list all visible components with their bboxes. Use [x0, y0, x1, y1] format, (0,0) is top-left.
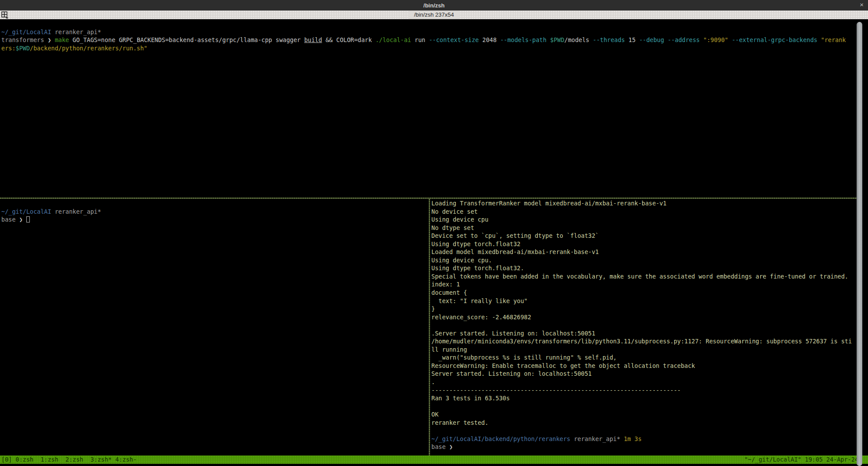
pane-border-horizontal[interactable]: [0, 198, 860, 199]
terminal-window: /bin/zsh × /bin/zsh 237x54 ~/_git/LocalA…: [0, 0, 868, 466]
terminal-line: }: [431, 305, 860, 313]
close-icon[interactable]: ×: [860, 1, 864, 8]
terminal-line: _warn("subprocess %s is still running" %…: [431, 353, 860, 362]
terminal-line: ~/_git/LocalAI reranker_api*: [1, 208, 428, 216]
terminal-line: ResourceWarning: Enable tracemalloc to g…: [431, 362, 860, 370]
tmux-pane-top[interactable]: ~/_git/LocalAI reranker_api*transformers…: [1, 20, 858, 198]
terminal-line: Using device cpu: [431, 215, 860, 224]
terminal-line: ll running: [431, 346, 860, 354]
terminal-line: Loaded model mixedbread-ai/mxbai-rerank-…: [431, 248, 860, 256]
window-title: /bin/zsh: [423, 2, 445, 9]
window-split-grid-icon[interactable]: [1, 11, 9, 19]
terminal-line: relevance_score: -2.46826982: [431, 313, 860, 321]
terminal-line: [431, 321, 860, 329]
terminal-line: Device set to `cpu`, setting dtype to `f…: [431, 232, 860, 240]
status-window-list[interactable]: [0] 0:zsh 1:zsh 2:zsh 3:zsh* 4:zsh-: [1, 455, 137, 464]
terminal-line: [1, 199, 428, 208]
tab-bin-zsh[interactable]: /bin/zsh 237x54: [409, 11, 459, 19]
scrollbar-thumb[interactable]: [857, 22, 862, 466]
terminal-line: Server started. Listening on: localhost:…: [431, 370, 860, 378]
tmux-pane-bottom-left[interactable]: ~/_git/LocalAI reranker_api*base ❯: [1, 199, 428, 455]
terminal-line: Loading TransformerRanker model mixedbre…: [431, 199, 860, 208]
terminal-line: index: 1: [431, 280, 860, 289]
tmux-pane-bottom-right[interactable]: Loading TransformerRanker model mixedbre…: [431, 199, 860, 455]
terminal-line: /home/mudler/miniconda3/envs/transformer…: [431, 337, 860, 346]
terminal-line: .: [431, 378, 860, 386]
terminal-line: ~/_git/LocalAI/backend/python/rerankers …: [431, 435, 860, 443]
terminal-line: Using dtype torch.float32.: [431, 264, 860, 272]
terminal-line: [431, 427, 860, 435]
terminal-line: document {: [431, 289, 860, 297]
terminal-line: base ❯: [431, 443, 860, 451]
window-titlebar: /bin/zsh ×: [0, 0, 868, 11]
terminal-line: OK: [431, 410, 860, 419]
terminal-line: [431, 402, 860, 411]
pane-border-vertical[interactable]: [429, 199, 430, 455]
terminal-line: .Server started. Listening on: localhost…: [431, 329, 860, 338]
terminal-line: Special tokens have been added in the vo…: [431, 272, 860, 281]
terminal-line: Using device cpu.: [431, 256, 860, 265]
terminal-line: [1, 20, 858, 28]
terminal-line: Using dtype torch.float32: [431, 240, 860, 248]
terminal-line: ~/_git/LocalAI reranker_api*: [1, 28, 858, 36]
terminal-line: reranker tested.: [431, 419, 860, 427]
terminal-line: No dtype set: [431, 224, 860, 232]
terminal-line: ers:$PWD/backend/python/rerankers/run.sh…: [1, 44, 858, 53]
terminal-cursor: [26, 216, 30, 222]
tab-bar: /bin/zsh 237x54: [0, 11, 868, 19]
status-session-info: "~/_git/LocalAI" 19:05 24-Apr-24: [744, 455, 858, 464]
terminal-line: No device set: [431, 208, 860, 216]
tmux-status-bar: [0] 0:zsh 1:zsh 2:zsh 3:zsh* 4:zsh- "~/_…: [0, 455, 868, 464]
terminal-line: Ran 3 tests in 63.530s: [431, 394, 860, 402]
terminal-line: ----------------------------------------…: [431, 386, 860, 395]
terminal-line: text: "I really like you": [431, 297, 860, 305]
terminal-line: base ❯: [1, 215, 428, 224]
terminal-line: transformers ❯ make GO_TAGS=none GRPC_BA…: [1, 36, 858, 44]
